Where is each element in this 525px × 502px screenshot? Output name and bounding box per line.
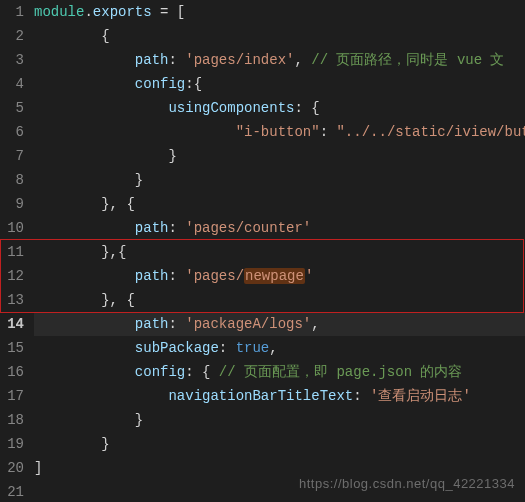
token: usingComponents <box>168 100 294 116</box>
code-line[interactable]: { <box>34 24 525 48</box>
token: }, { <box>101 196 135 212</box>
line-number: 12 <box>6 264 24 288</box>
code-line[interactable]: usingComponents: { <box>34 96 525 120</box>
token: path <box>135 316 169 332</box>
watermark-text: https://blog.csdn.net/qq_42221334 <box>299 472 515 496</box>
line-number: 1 <box>6 0 24 24</box>
code-line[interactable]: } <box>34 168 525 192</box>
token: navigationBarTitleText <box>168 388 353 404</box>
token: } <box>135 172 143 188</box>
line-number: 2 <box>6 24 24 48</box>
token: :{ <box>185 76 202 92</box>
token: : { <box>294 100 319 116</box>
code-line[interactable]: "i-button": "../../static/iview/butto <box>34 120 525 144</box>
line-number: 20 <box>6 456 24 480</box>
token: 'packageA/logs' <box>185 316 311 332</box>
code-line[interactable]: config:{ <box>34 72 525 96</box>
line-number: 7 <box>6 144 24 168</box>
token: path <box>135 52 169 68</box>
code-editor[interactable]: 123456789101112131415161718192021 module… <box>0 0 525 502</box>
token: '查看启动日志' <box>370 388 471 404</box>
code-line[interactable]: }, { <box>34 192 525 216</box>
line-number: 17 <box>6 384 24 408</box>
token: // 页面路径，同时是 vue 文 <box>311 52 504 68</box>
token: , <box>311 316 319 332</box>
code-line[interactable]: path: 'pages/counter' <box>34 216 525 240</box>
token: : <box>168 52 185 68</box>
line-number: 19 <box>6 432 24 456</box>
line-number-gutter: 123456789101112131415161718192021 <box>0 0 34 502</box>
token: { <box>101 28 109 44</box>
token: : <box>353 388 370 404</box>
token: config <box>135 76 185 92</box>
token: } <box>101 436 109 452</box>
token: "../../static/iview/butto <box>336 124 525 140</box>
token: 'pages/index' <box>185 52 294 68</box>
token: } <box>168 148 176 164</box>
token: = [ <box>152 4 186 20</box>
line-number: 11 <box>6 240 24 264</box>
line-number: 4 <box>6 72 24 96</box>
code-line[interactable]: module.exports = [ <box>34 0 525 24</box>
token: },{ <box>101 244 126 260</box>
token: 'pages/ <box>185 268 244 284</box>
token: ] <box>34 460 42 476</box>
line-number: 14 <box>6 312 24 336</box>
code-line[interactable]: path: 'pages/newpage' <box>34 264 525 288</box>
line-number: 6 <box>6 120 24 144</box>
line-number: 21 <box>6 480 24 502</box>
line-number: 9 <box>6 192 24 216</box>
token: . <box>84 4 92 20</box>
token: // 页面配置，即 page.json 的内容 <box>219 364 463 380</box>
code-area[interactable]: module.exports = [ { path: 'pages/index'… <box>34 0 525 502</box>
code-line[interactable]: } <box>34 432 525 456</box>
line-number: 5 <box>6 96 24 120</box>
code-line[interactable]: navigationBarTitleText: '查看启动日志' <box>34 384 525 408</box>
token: path <box>135 220 169 236</box>
token: "i-button" <box>236 124 320 140</box>
line-number: 15 <box>6 336 24 360</box>
code-line[interactable]: },{ <box>34 240 525 264</box>
token: , <box>269 340 277 356</box>
code-line[interactable]: path: 'packageA/logs', <box>34 312 525 336</box>
token: ' <box>305 268 313 284</box>
line-number: 16 <box>6 360 24 384</box>
code-line[interactable]: } <box>34 408 525 432</box>
token: : <box>320 124 337 140</box>
token: module <box>34 4 84 20</box>
code-line[interactable]: config: { // 页面配置，即 page.json 的内容 <box>34 360 525 384</box>
code-line[interactable]: path: 'pages/index', // 页面路径，同时是 vue 文 <box>34 48 525 72</box>
token: : { <box>185 364 219 380</box>
code-line[interactable]: } <box>34 144 525 168</box>
token: : <box>168 316 185 332</box>
search-highlight: newpage <box>244 268 305 284</box>
token: } <box>135 412 143 428</box>
token: exports <box>93 4 152 20</box>
line-number: 3 <box>6 48 24 72</box>
token: path <box>135 268 169 284</box>
token: subPackage <box>135 340 219 356</box>
line-number: 13 <box>6 288 24 312</box>
token: 'pages/counter' <box>185 220 311 236</box>
token: : <box>168 220 185 236</box>
token: config <box>135 364 185 380</box>
line-number: 10 <box>6 216 24 240</box>
line-number: 8 <box>6 168 24 192</box>
token: }, { <box>101 292 135 308</box>
line-number: 18 <box>6 408 24 432</box>
token: true <box>236 340 270 356</box>
token: : <box>168 268 185 284</box>
code-line[interactable]: subPackage: true, <box>34 336 525 360</box>
token: : <box>219 340 236 356</box>
token: , <box>294 52 311 68</box>
code-line[interactable]: }, { <box>34 288 525 312</box>
